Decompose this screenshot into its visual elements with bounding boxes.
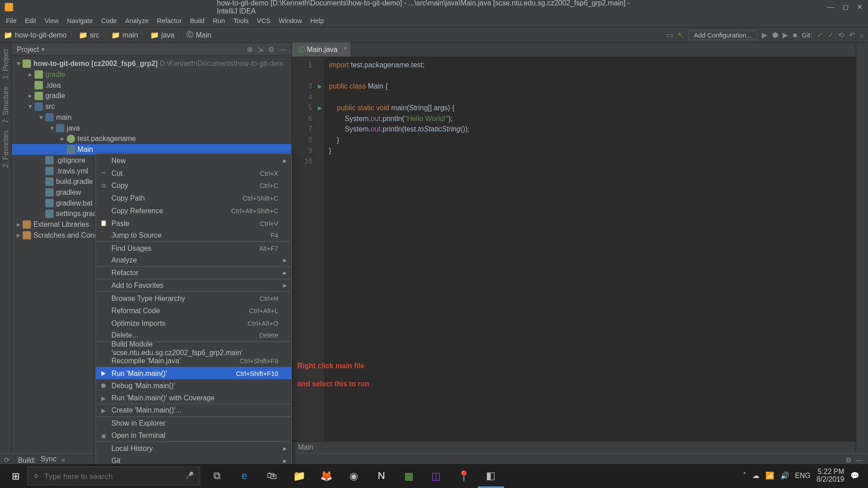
notifications-icon[interactable]: 💬 <box>850 472 859 480</box>
run-gutter-icon[interactable]: ▶ <box>316 103 324 113</box>
search-icon[interactable]: ⌕ <box>860 31 864 39</box>
context-menu-item[interactable]: Browse Type HierarchyCtrl+H <box>96 292 291 305</box>
project-tool-button[interactable]: 1: Project <box>1 49 9 79</box>
context-menu-item[interactable]: ✂CutCtrl+X <box>96 167 291 179</box>
favorites-tool-button[interactable]: 2: Favorites <box>1 130 9 168</box>
context-menu[interactable]: New▸✂CutCtrl+X⧉CopyCtrl+CCopy PathCtrl+S… <box>95 154 292 488</box>
menu-run[interactable]: Run <box>209 16 228 25</box>
close-tab-icon[interactable]: × <box>344 45 347 51</box>
tray-volume-icon[interactable]: 🔊 <box>780 472 789 480</box>
context-menu-item[interactable]: Jump to SourceF4 <box>96 229 291 242</box>
context-menu-item[interactable]: ▶Create 'Main.main()'... <box>96 404 291 417</box>
pin-icon[interactable]: 📍 <box>450 464 476 488</box>
menu-navigate[interactable]: Navigate <box>63 16 96 25</box>
context-menu-item[interactable]: ▶Run 'Main.main()'Ctrl+Shift+F10 <box>96 367 291 380</box>
hammer-icon[interactable]: ↖ <box>678 31 684 39</box>
menu-tools[interactable]: Tools <box>230 16 252 25</box>
minimize-icon[interactable]: — <box>827 3 834 11</box>
menu-vcs[interactable]: VCS <box>253 16 274 25</box>
menu-view[interactable]: View <box>41 16 62 25</box>
edge-icon[interactable]: e <box>231 464 257 488</box>
intellij-icon[interactable]: ◧ <box>478 464 504 488</box>
firefox-icon[interactable]: 🦊 <box>313 464 340 488</box>
structure-tool-button[interactable]: 7: Structure <box>1 86 9 123</box>
menu-build[interactable]: Build <box>186 16 208 25</box>
context-menu-item[interactable]: Local History▸ <box>96 442 291 455</box>
context-menu-item[interactable]: ⬢Debug 'Main.main()' <box>96 380 291 392</box>
context-menu-item[interactable]: Copy ReferenceCtrl+Alt+Shift+C <box>96 204 291 217</box>
menu-code[interactable]: Code <box>98 16 120 25</box>
context-menu-item[interactable]: Optimize ImportsCtrl+Alt+O <box>96 317 291 329</box>
explorer-icon[interactable]: 📁 <box>286 464 312 488</box>
context-menu-item[interactable]: Build Module 'scse.ntu.edu.sg.cz2002_fsp… <box>96 342 291 355</box>
context-menu-item[interactable]: Refactor▸ <box>96 267 291 279</box>
run-gutter[interactable]: ▶ ▶ <box>316 57 324 453</box>
context-menu-item[interactable]: Show in Explorer <box>96 417 291 430</box>
menu-edit[interactable]: Edit <box>21 16 40 25</box>
minecraft-icon[interactable]: ▦ <box>396 464 422 488</box>
class-icon: Ⓒ <box>186 30 193 40</box>
tool-icon[interactable]: ▭ <box>666 31 673 39</box>
editor-breadcrumb[interactable]: Main <box>292 441 856 453</box>
menu-window[interactable]: Window <box>275 16 306 25</box>
context-menu-item[interactable]: Recompile 'Main.java'Ctrl+Shift+F9 <box>96 354 291 367</box>
code-editor[interactable]: import test.packagename.test; public cla… <box>324 57 470 453</box>
store-icon[interactable]: 🛍 <box>259 464 285 488</box>
gear-icon[interactable]: ⚙ <box>268 45 274 53</box>
collapse-icon[interactable]: ⇲ <box>257 45 263 53</box>
search-icon: ○ <box>34 472 38 480</box>
context-menu-item[interactable]: New▸ <box>96 154 291 167</box>
right-tool-stripe <box>856 43 868 453</box>
taskbar-clock[interactable]: 5:22 PM8/2/2019 <box>816 468 844 483</box>
hide-icon[interactable]: — <box>279 45 287 53</box>
twitch-icon[interactable]: ◫ <box>423 464 449 488</box>
tray-onedrive-icon[interactable]: ☁ <box>752 472 760 480</box>
context-menu-item[interactable]: Add to Favorites▸ <box>96 279 291 292</box>
tray-network-icon[interactable]: 📶 <box>765 472 774 480</box>
menu-analyze[interactable]: Analyze <box>122 16 152 25</box>
search-input[interactable] <box>44 471 179 480</box>
editor-area: Ⓒ Main.java× 1 345678910 ▶ ▶ import test… <box>292 43 856 453</box>
taskbar-search[interactable]: ○ 🎤 <box>28 466 200 485</box>
chrome-icon[interactable]: ◉ <box>341 464 367 488</box>
close-tab-icon[interactable]: × <box>61 456 65 464</box>
close-icon[interactable]: ✕ <box>857 3 863 11</box>
history-icon[interactable]: ⟲ <box>838 31 844 39</box>
class-icon <box>67 145 75 154</box>
menu-file[interactable]: File <box>2 16 20 25</box>
revert-icon[interactable]: ↶ <box>849 31 855 39</box>
maximize-icon[interactable]: ◻ <box>843 3 849 11</box>
editor-tab[interactable]: Ⓒ Main.java× <box>292 42 351 57</box>
task-view-icon[interactable]: ⧉ <box>204 464 230 488</box>
run-icon[interactable]: ▶ <box>762 31 767 39</box>
chevron-down-icon[interactable]: ▾ <box>41 45 45 53</box>
context-menu-item[interactable]: Copy PathCtrl+Shift+C <box>96 192 291 204</box>
mic-icon[interactable]: 🎤 <box>185 472 194 480</box>
context-menu-item[interactable]: 📋PasteCtrl+V <box>96 217 291 230</box>
hide-icon[interactable]: — <box>856 456 863 464</box>
tray-lang[interactable]: ENG <box>795 472 811 480</box>
context-menu-item[interactable]: Analyze▸ <box>96 254 291 267</box>
commit-icon[interactable]: ✓ <box>828 31 834 39</box>
menu-refactor[interactable]: Refactor <box>153 16 185 25</box>
coverage-icon[interactable]: ▶ <box>783 31 788 39</box>
gear-icon[interactable]: ⚙ <box>845 456 852 464</box>
context-menu-item[interactable]: ⧉CopyCtrl+C <box>96 179 291 192</box>
context-menu-item[interactable]: Reformat CodeCtrl+Alt+L <box>96 304 291 317</box>
context-menu-item[interactable]: ▣Open in Terminal <box>96 429 291 442</box>
line-number-gutter: 1 345678910 <box>292 57 316 453</box>
start-button[interactable]: ⊞ <box>4 464 28 488</box>
breadcrumb[interactable]: 📁how-to-git-demo〉 📁src〉 📁main〉 📁java〉 ⒸM… <box>4 30 212 40</box>
tray-chevron-icon[interactable]: ˄ <box>743 472 746 480</box>
menu-help[interactable]: Help <box>307 16 328 25</box>
notion-icon[interactable]: N <box>368 464 395 488</box>
update-icon[interactable]: ✓ <box>817 31 823 39</box>
stop-icon[interactable]: ■ <box>793 31 797 39</box>
add-configuration-button[interactable]: Add Configuration... <box>689 30 757 40</box>
context-menu-item[interactable]: ▶Run 'Main.main()' with Coverage <box>96 392 291 404</box>
context-menu-item[interactable]: Find UsagesAlt+F7 <box>96 242 291 254</box>
project-header-label[interactable]: Project <box>17 45 39 53</box>
debug-icon[interactable]: ⬢ <box>772 31 778 39</box>
target-icon[interactable]: ⊕ <box>247 45 253 53</box>
run-gutter-icon[interactable]: ▶ <box>316 81 324 92</box>
